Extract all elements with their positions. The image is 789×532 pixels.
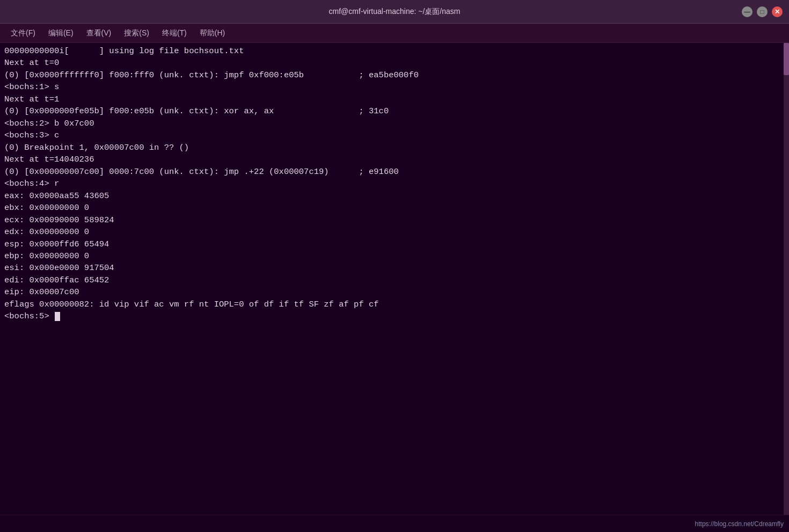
scrollbar-thumb[interactable]: [784, 43, 789, 75]
terminal-area[interactable]: 00000000000i[ ] using log file bochsout.…: [0, 43, 789, 515]
menu-file[interactable]: 文件(F): [4, 26, 42, 40]
terminal-cursor: [55, 312, 60, 321]
close-button[interactable]: ✕: [772, 6, 783, 17]
menu-view[interactable]: 查看(V): [80, 26, 118, 40]
maximize-button[interactable]: □: [757, 6, 768, 17]
bottombar: https://blog.csdn.net/Cdreamfly: [0, 515, 789, 532]
terminal-output: 00000000000i[ ] using log file bochsout.…: [4, 45, 785, 323]
menu-terminal[interactable]: 终端(T): [156, 26, 193, 40]
bottombar-url: https://blog.csdn.net/Cdreamfly: [695, 520, 784, 528]
titlebar-controls: — □ ✕: [742, 6, 783, 17]
minimize-button[interactable]: —: [742, 6, 753, 17]
scrollbar[interactable]: [784, 43, 789, 515]
menu-edit[interactable]: 编辑(E): [42, 26, 80, 40]
menu-search[interactable]: 搜索(S): [118, 26, 156, 40]
menu-help[interactable]: 帮助(H): [193, 26, 231, 40]
titlebar: cmf@cmf-virtual-machine: ~/桌面/nasm — □ ✕: [0, 0, 789, 24]
titlebar-title: cmf@cmf-virtual-machine: ~/桌面/nasm: [329, 7, 461, 17]
menubar: 文件(F) 编辑(E) 查看(V) 搜索(S) 终端(T) 帮助(H): [0, 24, 789, 43]
